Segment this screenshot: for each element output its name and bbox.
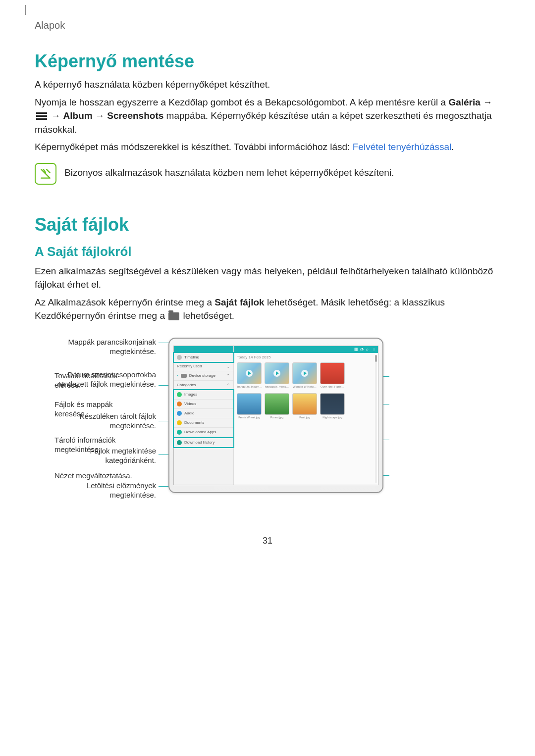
doc-icon: [177, 420, 182, 425]
video-icon: [177, 402, 182, 406]
search-icon[interactable]: ⌕: [366, 348, 370, 352]
sb-documents[interactable]: Documents: [174, 418, 233, 428]
bold-screenshots: Screenshots: [107, 110, 163, 121]
heading-screenshot: Képernyő mentése: [35, 51, 500, 72]
callout-search: Fájlok és mappák keresése.: [54, 400, 144, 419]
folder-icon: [168, 312, 179, 320]
screenshot-intro: A képernyő használata közben képernyőkép…: [35, 78, 500, 92]
storage-icon[interactable]: ◔: [360, 348, 364, 352]
callout-view: Nézet megváltoztatása.: [54, 471, 144, 481]
tablet-sidebar: Timeline Recently used ⌄ › Device storag…: [174, 346, 234, 485]
tablet-mockup: Timeline Recently used ⌄ › Device storag…: [168, 338, 383, 493]
sb-apps[interactable]: Downloaded Apps: [174, 428, 233, 437]
callout-storage: Tároló információk megtekintése.: [54, 436, 144, 454]
main-date: Today 14 Feb 2015: [234, 353, 378, 361]
sb-videos[interactable]: Videos: [174, 400, 233, 409]
sb-recent[interactable]: Recently used ⌄: [174, 362, 233, 371]
callout-download: Letöltési előzmények megtekintése.: [54, 481, 156, 500]
more-icon[interactable]: ⋮: [372, 348, 376, 352]
link-palm-swipe[interactable]: Felvétel tenyérhúzással: [353, 142, 452, 152]
image-icon: [177, 392, 182, 397]
callout-shortcuts: Mappák parancsikonjainak megtekintése.: [54, 338, 156, 356]
bold-album: Album: [63, 110, 93, 121]
audio-icon: [177, 411, 182, 416]
chevron-up-icon: ⌃: [226, 383, 230, 388]
thumb-ferris[interactable]: [237, 393, 262, 415]
thumb-night[interactable]: [320, 393, 345, 415]
thumb-horizon[interactable]: [320, 362, 345, 384]
device-icon: [181, 374, 187, 378]
diagram-myfiles: Mappák parancsikonjainak megtekintése. D…: [54, 338, 481, 506]
thumb-hangouts-1[interactable]: [237, 362, 262, 384]
scrollbar[interactable]: [375, 355, 377, 483]
apps-icon: [177, 430, 182, 435]
sb-audio[interactable]: Audio: [174, 409, 233, 418]
thumb-fruit[interactable]: [292, 393, 317, 415]
sb-device[interactable]: › Device storage ⌃: [174, 371, 233, 381]
subheading-about: A Saját fájlokról: [35, 244, 500, 259]
screenshot-path: Nyomja le hosszan egyszerre a Kezdőlap g…: [35, 96, 500, 137]
clock-icon: [177, 355, 182, 360]
heading-myfiles: Saját fájlok: [35, 214, 500, 235]
section-label: Alapok: [35, 20, 500, 31]
hamburger-icon: [36, 112, 47, 120]
myfiles-desc: Ezen alkalmazás segítségével a készüléke…: [35, 264, 500, 292]
callout-more: További beállítások elérése.: [54, 371, 144, 390]
bold-sajat-fajlok: Saját fájlok: [214, 297, 264, 307]
myfiles-open: Az Alkalmazások képernyőn érintse meg a …: [35, 296, 500, 323]
thumb-hangouts-2[interactable]: [265, 362, 289, 384]
sb-images[interactable]: Images: [174, 390, 233, 400]
sb-timeline[interactable]: Timeline: [173, 352, 234, 363]
tablet-main: ▦ ◔ ⌕ ⋮ Today 14 Feb 2015 hangouts_incom…: [234, 346, 378, 485]
grid-view-icon[interactable]: ▦: [354, 348, 358, 352]
download-icon: [177, 440, 182, 445]
screenshot-more: Képernyőképet más módszerekkel is készít…: [35, 140, 500, 154]
page-number: 31: [35, 536, 500, 546]
thumb-wonder[interactable]: [292, 362, 317, 384]
bold-galeria: Galéria: [448, 97, 480, 107]
note-icon: [35, 163, 56, 185]
chevron-up-icon: ⌃: [226, 373, 230, 378]
note-text: Bizonyos alkalmazások használata közben …: [64, 163, 394, 180]
chevron-down-icon: ⌄: [226, 364, 230, 369]
sb-download[interactable]: Download history: [173, 437, 234, 448]
note-block: Bizonyos alkalmazások használata közben …: [35, 163, 500, 185]
thumb-forest[interactable]: [265, 393, 289, 415]
